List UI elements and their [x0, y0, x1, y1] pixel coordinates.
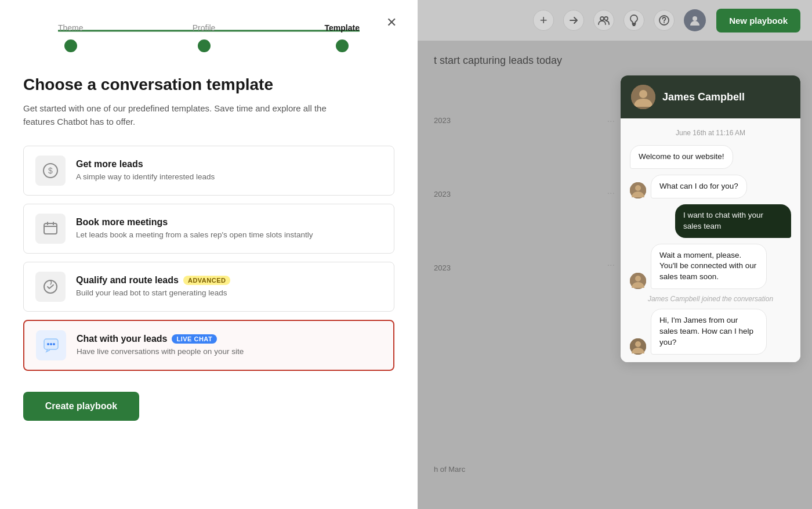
chat-message-user-sales: I want to chat with your sales team — [630, 204, 791, 238]
chat-system-message: James Campbell joined the conversation — [630, 295, 791, 303]
year-label-3: 2023 — [434, 263, 451, 272]
more-indicator-3: ··· — [607, 260, 615, 270]
svg-point-19 — [639, 90, 647, 98]
stepper: Theme Profile Template — [23, 19, 394, 52]
stepper-label-theme: Theme — [58, 23, 84, 33]
user-avatar-button[interactable] — [684, 9, 706, 31]
chat-agent-avatar-small-2 — [630, 273, 646, 289]
chat-header: James Campbell — [621, 75, 800, 118]
template-icon-chat — [36, 330, 66, 360]
wizard-description: Get started with one of our predefined t… — [23, 102, 360, 128]
template-list: $ Get more leads A simple way to identif… — [23, 146, 394, 371]
help-icon[interactable] — [654, 10, 675, 31]
template-icon-leads: $ — [35, 156, 66, 186]
stepper-item-profile[interactable]: Profile — [193, 23, 216, 52]
capturing-leads-text: t start capturing leads today — [434, 55, 796, 67]
chat-bubble-user-sales: I want to chat with your sales team — [675, 204, 791, 238]
template-icon-meetings — [35, 214, 66, 244]
template-desc-leads: A simple way to identify interested lead… — [76, 172, 215, 183]
chat-bubble-welcome: Welcome to our website! — [630, 145, 733, 169]
add-icon[interactable]: + — [533, 10, 554, 31]
chat-message-welcome: Welcome to our website! — [630, 145, 791, 169]
stepper-label-profile: Profile — [193, 23, 216, 33]
template-item-chat-leads[interactable]: Chat with your leads LIVE CHAT Have live… — [23, 320, 394, 371]
template-name-chat: Chat with your leads LIVE CHAT — [77, 334, 244, 344]
idea-icon[interactable] — [624, 10, 644, 31]
svg-text:$: $ — [48, 166, 53, 175]
chat-message-what-can: What can I do for you? — [630, 175, 791, 198]
top-bar: + — [418, 0, 812, 41]
wizard-panel: Theme Profile Template ✕ Choose a conver… — [0, 0, 418, 509]
svg-point-25 — [635, 341, 641, 347]
template-item-qualify-leads[interactable]: Qualify and route leads ADVANCED Build y… — [23, 262, 394, 312]
chat-bubble-what-can: What can I do for you? — [651, 175, 747, 198]
template-icon-qualify — [35, 272, 66, 302]
chat-message-james: Hi, I'm James from our sales team. How c… — [630, 309, 791, 355]
create-playbook-button[interactable]: Create playbook — [23, 392, 139, 421]
year-label-2: 2023 — [434, 190, 451, 198]
template-item-get-more-leads[interactable]: $ Get more leads A simple way to identif… — [23, 146, 394, 196]
right-panel: + — [418, 0, 812, 509]
svg-point-23 — [635, 276, 641, 281]
template-info-leads: Get more leads A simple way to identify … — [76, 159, 215, 183]
right-content: t start capturing leads today 2023 2023 … — [418, 41, 812, 509]
march-label: h of Marc — [434, 465, 465, 474]
chat-bubble-james: Hi, I'm James from our sales team. How c… — [651, 309, 767, 355]
template-info-chat: Chat with your leads LIVE CHAT Have live… — [77, 334, 244, 358]
badge-live-chat: LIVE CHAT — [172, 334, 217, 344]
chat-agent-avatar — [631, 85, 655, 109]
new-playbook-button[interactable]: New playbook — [716, 9, 800, 33]
chat-message-wait: Wait a moment, please. You'll be connect… — [630, 244, 791, 290]
stepper-items: Theme Profile Template — [58, 23, 360, 52]
svg-point-16 — [664, 22, 665, 23]
stepper-dot-template — [336, 39, 349, 52]
template-name-meetings: Book more meetings — [76, 217, 313, 228]
chat-agent-avatar-small-1 — [630, 182, 646, 198]
template-name-leads: Get more leads — [76, 159, 215, 169]
template-info-qualify: Qualify and route leads ADVANCED Build y… — [76, 275, 230, 299]
svg-rect-2 — [44, 223, 57, 234]
template-item-book-meetings[interactable]: Book more meetings Let leads book a meet… — [23, 204, 394, 254]
svg-point-11 — [600, 17, 604, 20]
stepper-item-template[interactable]: Template — [325, 23, 360, 52]
chat-body: June 16th at 11:16 AM Welcome to our web… — [621, 118, 800, 362]
close-button[interactable]: ✕ — [386, 16, 397, 29]
svg-point-10 — [53, 343, 55, 345]
wizard-title: Choose a conversation template — [23, 75, 394, 94]
chat-timestamp: June 16th at 11:16 AM — [630, 129, 791, 137]
svg-point-17 — [693, 16, 697, 21]
more-indicator-1: ··· — [607, 116, 615, 127]
share-icon[interactable] — [563, 10, 584, 31]
chat-agent-avatar-small-3 — [630, 338, 646, 355]
svg-point-21 — [635, 185, 641, 191]
template-desc-chat: Have live conversations with people on y… — [77, 346, 244, 358]
svg-point-12 — [604, 17, 608, 20]
more-indicator-2: ··· — [607, 188, 615, 198]
stepper-label-template: Template — [325, 23, 360, 33]
chat-agent-name: James Campbell — [662, 91, 745, 103]
stepper-dot-theme — [64, 39, 77, 52]
badge-advanced: ADVANCED — [183, 276, 231, 285]
template-info-meetings: Book more meetings Let leads book a meet… — [76, 217, 313, 241]
year-label-1: 2023 — [434, 116, 451, 125]
svg-point-8 — [47, 343, 49, 345]
template-name-qualify: Qualify and route leads ADVANCED — [76, 275, 230, 286]
stepper-dot-profile — [198, 39, 211, 52]
people-icon[interactable] — [593, 10, 614, 31]
template-desc-qualify: Build your lead bot to start generating … — [76, 288, 230, 299]
svg-point-9 — [50, 343, 52, 345]
top-bar-icons: + — [533, 9, 706, 31]
stepper-item-theme[interactable]: Theme — [58, 23, 84, 52]
template-desc-meetings: Let leads book a meeting from a sales re… — [76, 230, 313, 241]
chat-widget: James Campbell June 16th at 11:16 AM Wel… — [621, 75, 800, 362]
chat-bubble-wait: Wait a moment, please. You'll be connect… — [651, 244, 767, 290]
